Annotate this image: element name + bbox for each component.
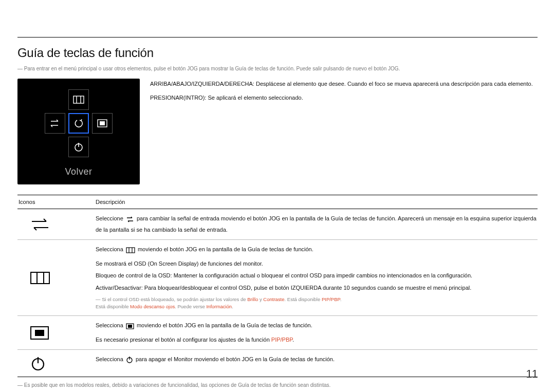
menu-bars-icon bbox=[73, 96, 84, 104]
row-menu-p1: Selecciona moviendo el botón JOG en la p… bbox=[96, 245, 538, 256]
nav-instruction: ARRIBA/ABAJO/IZQUIERDA/DERECHA: Despláce… bbox=[150, 80, 538, 88]
row-icon-source bbox=[17, 214, 95, 234]
table-row: Selecciona moviendo el botón JOG en la p… bbox=[17, 240, 538, 316]
table-row: Selecciona moviendo el botón JOG en la p… bbox=[17, 316, 538, 350]
svg-rect-10 bbox=[126, 248, 135, 253]
pip-icon bbox=[126, 323, 134, 332]
icon-description-table: Iconos Descripción Seleccione para cambi… bbox=[17, 195, 538, 377]
power-icon bbox=[30, 355, 46, 371]
row-power-text: Selecciona para apagar el Monitor movien… bbox=[96, 355, 538, 366]
th-desc: Descripción bbox=[95, 199, 538, 205]
row-pip-p1: Selecciona moviendo el botón JOG en la p… bbox=[96, 321, 538, 332]
osd-center-return bbox=[68, 113, 89, 134]
row-menu-p2: Se mostrará el OSD (On Screen Display) d… bbox=[96, 259, 538, 269]
pip-icon bbox=[30, 326, 49, 340]
footer-note: Es posible que en los modelos reales, de… bbox=[17, 382, 538, 388]
row-pip-p2: Es necesario presionar el botón al confi… bbox=[96, 335, 538, 345]
table-row: Seleccione para cambiar la señal de entr… bbox=[17, 209, 538, 240]
page-number: 11 bbox=[526, 367, 538, 381]
osd-preview: Volver bbox=[17, 79, 140, 184]
source-swap-icon bbox=[49, 119, 61, 128]
row-menu-p3: Bloqueo de control de la OSD: Mantener l… bbox=[96, 271, 538, 281]
row-icon-menu bbox=[17, 245, 95, 310]
osd-nav-down bbox=[68, 137, 89, 157]
row-icon-power bbox=[17, 355, 95, 371]
th-icons: Iconos bbox=[17, 199, 95, 205]
menu-bars-icon bbox=[30, 271, 50, 285]
source-swap-icon bbox=[30, 217, 50, 232]
table-row: Selecciona para apagar el Monitor movien… bbox=[17, 350, 538, 377]
return-icon bbox=[73, 118, 84, 129]
power-icon bbox=[73, 142, 84, 152]
row-source-text: Seleccione para cambiar la señal de entr… bbox=[96, 214, 538, 234]
page-title: Guía de teclas de función bbox=[17, 46, 538, 60]
osd-nav-right bbox=[92, 113, 113, 134]
row-menu-note: Si el control OSD está bloqueado, se pod… bbox=[96, 296, 538, 311]
osd-label: Volver bbox=[65, 166, 92, 177]
intro-note: Para entrar en el menú principal o usar … bbox=[17, 65, 538, 72]
row-icon-pip bbox=[17, 321, 95, 344]
power-icon bbox=[126, 356, 133, 366]
svg-rect-4 bbox=[100, 121, 105, 125]
menu-bars-icon bbox=[126, 247, 135, 256]
pip-icon bbox=[97, 119, 107, 127]
svg-rect-7 bbox=[31, 272, 49, 284]
row-menu-p4: Activar/Desactivar: Para bloquear/desblo… bbox=[96, 284, 538, 293]
svg-rect-0 bbox=[73, 96, 84, 103]
svg-rect-16 bbox=[128, 325, 132, 328]
osd-nav-left bbox=[45, 113, 65, 134]
svg-rect-14 bbox=[35, 330, 44, 336]
osd-nav-up bbox=[68, 89, 89, 110]
source-swap-icon bbox=[126, 216, 134, 226]
press-instruction: PRESIONAR(INTRO): Se aplicará el element… bbox=[150, 94, 538, 102]
top-instructions: ARRIBA/ABAJO/IZQUIERDA/DERECHA: Despláce… bbox=[150, 79, 538, 184]
